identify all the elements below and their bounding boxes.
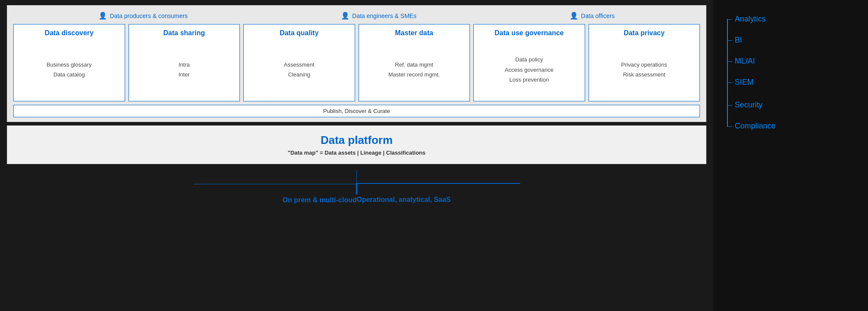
right-h-line: [357, 183, 520, 184]
card-title-master: Master data: [362, 29, 466, 38]
card-data-discovery: Data discovery Business glossary Data ca…: [13, 24, 125, 101]
card-items-discovery: Business glossary Data catalog: [17, 43, 121, 97]
card-title-sharing: Data sharing: [132, 29, 236, 38]
top-section: 👤 Data producers & consumers 👤 Data engi…: [7, 5, 706, 122]
sidebar-vertical-line: [727, 19, 728, 126]
persona-label-engineers: Data engineers & SMEs: [352, 12, 416, 19]
sidebar-item-compliance: Compliance: [735, 116, 855, 137]
cards-row: Data discovery Business glossary Data ca…: [13, 24, 700, 101]
sidebar-item-analytics: Analytics: [735, 9, 855, 30]
card-title-governance: Data use governance: [477, 29, 581, 38]
card-item: Privacy operations: [621, 60, 667, 70]
card-title-quality: Data quality: [247, 29, 351, 38]
card-item: Risk assessment: [623, 70, 665, 79]
card-items-privacy: Privacy operations Risk assessment: [592, 43, 696, 97]
persona-officers: 👤 Data officers: [570, 12, 614, 20]
card-data-use-governance: Data use governance Data policy Access g…: [473, 24, 585, 101]
card-title-discovery: Data discovery: [17, 29, 121, 38]
left-h-line: [193, 184, 357, 185]
card-item: Data policy: [515, 55, 543, 64]
main-area: 👤 Data producers & consumers 👤 Data engi…: [0, 0, 713, 311]
card-title-privacy: Data privacy: [592, 29, 696, 38]
sidebar-item-siem: SIEM: [735, 72, 855, 93]
sidebar-item-bi: BI: [735, 30, 855, 51]
card-items-governance: Data policy Access governance Loss preve…: [477, 43, 581, 97]
sidebar-item-security: Security: [735, 95, 855, 116]
persona-producers: 👤 Data producers & consumers: [98, 12, 187, 20]
card-item: Access governance: [505, 65, 553, 75]
sidebar-label-security: Security: [735, 101, 763, 109]
card-item: Assessment: [284, 60, 314, 70]
card-item: Data catalog: [53, 70, 85, 79]
right-sidebar: Analytics BI ML/AI SIEM Security Complia…: [713, 0, 868, 311]
persona-label-officers: Data officers: [581, 12, 614, 19]
data-platform-subtitle: "Data map" = Data assets | Lineage | Cla…: [13, 149, 700, 156]
card-item: Inter: [178, 70, 190, 79]
card-item: Loss prevention: [509, 75, 549, 85]
persona-icon-engineers: 👤: [341, 12, 350, 20]
card-item: Ref. data mgmt: [395, 60, 433, 70]
publish-bar: Publish, Discover & Curate: [13, 105, 700, 117]
right-v-drop: [357, 184, 358, 194]
middle-section: Data platform "Data map" = Data assets |…: [7, 125, 706, 164]
card-data-sharing: Data sharing Intra Inter: [129, 24, 240, 101]
sidebar-label-compliance: Compliance: [735, 122, 776, 130]
persona-engineers: 👤 Data engineers & SMEs: [341, 12, 416, 20]
card-data-quality: Data quality Assessment Cleaning: [243, 24, 355, 101]
persona-icon-producers: 👤: [98, 12, 107, 20]
bottom-label-left: On prem & multi-cloud: [282, 196, 356, 204]
card-items-quality: Assessment Cleaning: [247, 43, 351, 97]
bottom-section: On prem & multi-cloud Operational, analy…: [7, 170, 706, 311]
card-item: Intra: [178, 60, 190, 70]
persona-label-producers: Data producers & consumers: [110, 12, 187, 19]
persona-icon-officers: 👤: [570, 12, 578, 20]
sidebar-item-mlai: ML/AI: [735, 51, 855, 72]
branch-row: On prem & multi-cloud Operational, analy…: [193, 183, 520, 204]
data-platform-title: Data platform: [13, 134, 700, 147]
card-item: Cleaning: [288, 70, 310, 79]
sidebar-list: Analytics BI ML/AI SIEM Security Complia…: [726, 9, 855, 137]
personas-row: 👤 Data producers & consumers 👤 Data engi…: [13, 12, 700, 20]
card-items-sharing: Intra Inter: [132, 43, 236, 97]
left-branch: On prem & multi-cloud: [193, 183, 357, 204]
card-item: Master record mgmt.: [388, 70, 440, 79]
card-data-privacy: Data privacy Privacy operations Risk ass…: [589, 24, 700, 101]
sidebar-label-siem: SIEM: [735, 78, 754, 86]
bottom-label-right: Operational, analytical, SaaS: [357, 196, 451, 204]
connector-line-vertical: [356, 170, 357, 183]
sidebar-label-mlai: ML/AI: [735, 57, 755, 65]
sidebar-label-analytics: Analytics: [735, 15, 766, 23]
right-branch: Operational, analytical, SaaS: [357, 183, 520, 204]
card-master-data: Master data Ref. data mgmt Master record…: [359, 24, 470, 101]
card-items-master: Ref. data mgmt Master record mgmt.: [362, 43, 466, 97]
sidebar-label-bi: BI: [735, 36, 742, 44]
card-item: Business glossary: [46, 60, 92, 70]
